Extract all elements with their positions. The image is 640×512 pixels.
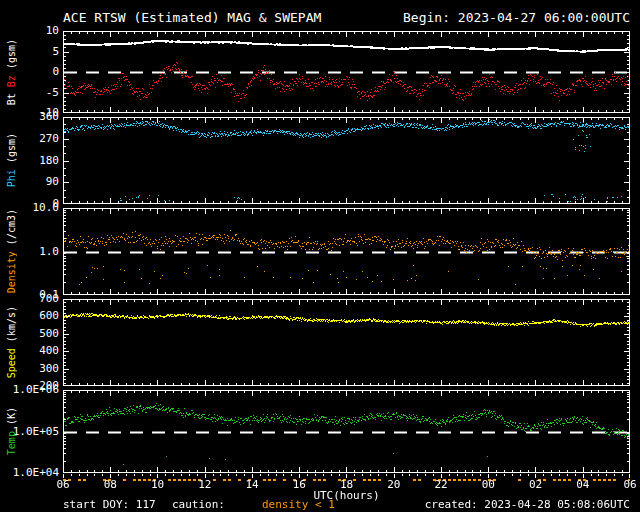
y-axis-label-part: (gsm): [6, 133, 17, 163]
created-timestamp: created: 2023-04-28 05:08:06UTC: [425, 498, 630, 511]
y-axis-label-part: (gsm): [6, 39, 17, 69]
y-axis-label-temp: Temp (K): [1, 390, 21, 473]
y-axis-label-part: Bz: [6, 69, 17, 87]
y-axis-label-part: Speed: [6, 343, 17, 379]
y-axis-label-part: (km/s): [6, 306, 17, 342]
y-axis-label-part: Phi: [6, 164, 17, 188]
y-axis-label-part: (/cm3): [6, 209, 17, 245]
y-axis-label-part: Density: [6, 245, 17, 293]
ace-rtsw-plot: ACE RTSW (Estimated) MAG & SWEPAM Begin:…: [0, 0, 640, 512]
caution-value: density < 1: [262, 498, 335, 511]
panel-canvas-speed: [63, 299, 630, 386]
y-axis-label-phi: Phi (gsm): [1, 117, 21, 204]
start-doy-text: start DOY: 117: [63, 498, 156, 511]
caution-label: caution:: [172, 498, 225, 511]
begin-timestamp: Begin: 2023-04-27 06:00:00UTC: [403, 10, 630, 25]
y-axis-label-part: Temp: [6, 425, 17, 455]
y-axis-label-density: Density (/cm3): [1, 208, 21, 295]
y-axis-label-speed: Speed (km/s): [1, 299, 21, 386]
y-axis-label-part: Bt: [6, 87, 17, 105]
y-axis-label-mag: Bt Bz (gsm): [1, 31, 21, 113]
panel-canvas-density: [63, 208, 630, 295]
y-axis-label-part: (K): [6, 407, 17, 425]
panel-canvas-temp: [63, 390, 630, 473]
plot-title: ACE RTSW (Estimated) MAG & SWEPAM: [63, 10, 321, 25]
panel-canvas-mag: [63, 31, 630, 113]
panel-canvas-phi: [63, 117, 630, 204]
